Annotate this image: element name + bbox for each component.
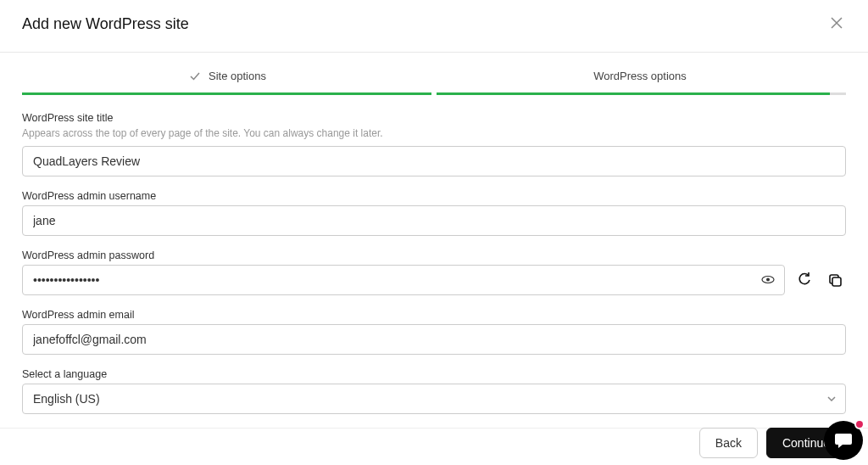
field-admin-email: WordPress admin email (22, 309, 846, 355)
eye-icon (761, 276, 775, 284)
refresh-icon (797, 272, 812, 288)
copy-password-button[interactable] (824, 269, 846, 291)
regenerate-password-button[interactable] (793, 269, 815, 291)
admin-username-input[interactable] (22, 205, 846, 236)
admin-email-label: WordPress admin email (22, 309, 846, 321)
field-language: Select a language English (US) (22, 368, 846, 414)
chat-launcher[interactable] (824, 421, 863, 460)
step-wordpress-options[interactable]: WordPress options (434, 70, 846, 92)
field-admin-password: WordPress admin password (22, 249, 846, 295)
toggle-password-visibility[interactable] (760, 272, 776, 289)
step-site-options[interactable]: Site options (22, 70, 434, 92)
admin-password-label: WordPress admin password (22, 249, 846, 261)
admin-email-input[interactable] (22, 324, 846, 355)
progress-segment-1 (22, 92, 431, 95)
header-divider (0, 52, 868, 53)
admin-username-label: WordPress admin username (22, 190, 846, 202)
svg-rect-3 (832, 277, 841, 286)
field-admin-username: WordPress admin username (22, 190, 846, 236)
check-icon (190, 71, 200, 81)
chat-notification-badge (854, 419, 865, 429)
admin-password-input[interactable] (22, 265, 785, 295)
field-site-title: WordPress site title Appears across the … (22, 112, 846, 176)
chat-icon (833, 430, 854, 451)
close-icon (831, 17, 843, 29)
language-select[interactable]: English (US) (22, 384, 846, 414)
site-title-input[interactable] (22, 146, 846, 176)
progress-segment-2 (437, 92, 846, 95)
footer-actions: Back Continue (22, 428, 846, 458)
modal-title: Add new WordPress site (22, 15, 189, 33)
site-title-hint: Appears across the top of every page of … (22, 127, 846, 139)
copy-icon (827, 272, 843, 288)
svg-point-1 (766, 278, 770, 282)
step-label: Site options (209, 70, 266, 82)
back-button[interactable]: Back (699, 428, 758, 458)
step-label: WordPress options (593, 70, 687, 82)
close-button[interactable] (827, 12, 846, 36)
wizard-steps: Site options WordPress options (0, 70, 868, 92)
language-label: Select a language (22, 368, 846, 380)
site-title-label: WordPress site title (22, 112, 846, 124)
